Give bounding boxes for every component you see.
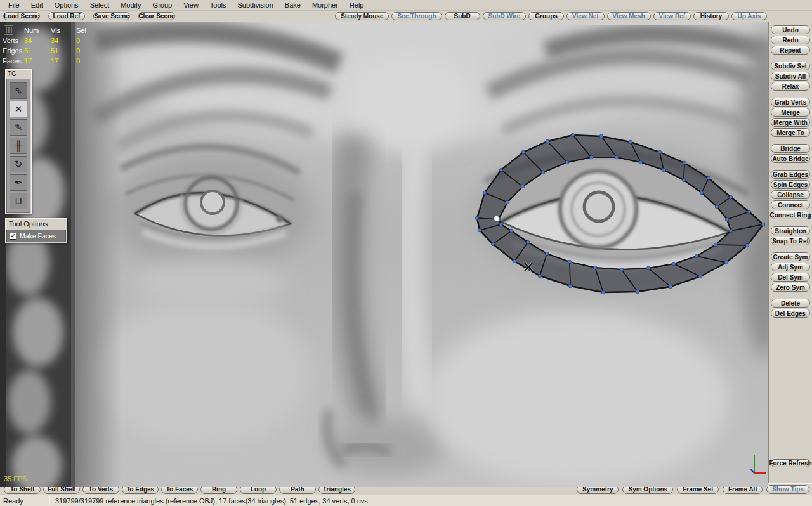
make-faces-option[interactable]: ✔ Make Faces [6, 230, 66, 242]
clear-scene-button[interactable]: Clear Scene [138, 12, 175, 20]
brush-tool[interactable]: ↻ [10, 156, 27, 172]
connect-ring-button[interactable]: Connect Ring [771, 211, 810, 219]
stats-row-edges: Edges [1, 47, 24, 55]
status-bar: Ready 319799/319799 reference triangles … [0, 495, 812, 506]
stats-edges-num: 51 [24, 47, 51, 55]
del-edges-button[interactable]: Del Edges [771, 309, 810, 318]
draw-tool-icon: ✎ [15, 122, 23, 133]
menu-bake[interactable]: Bake [279, 1, 306, 10]
tool-options-title: Tool Options [6, 219, 67, 230]
repeat-button[interactable]: Repeat [771, 46, 810, 55]
auto-bridge-button[interactable]: Auto Bridge [771, 154, 810, 163]
mesh-stats-overlay: NumVisSelVerts34340Edges51510Faces17170 [1, 27, 94, 65]
load-scene-button[interactable]: Load Scene [3, 12, 40, 20]
steady-mouse-toggle[interactable]: Steady Mouse [335, 12, 389, 20]
brush-tool-icon: ↻ [15, 159, 23, 169]
zero-sym-button[interactable]: Zero Sym [771, 283, 810, 292]
main-area: NumVisSelVerts34340Edges51510Faces17170 … [0, 22, 812, 483]
stats-row-verts: Verts [1, 37, 24, 44]
bridge-tool-icon: ╫ [15, 140, 22, 151]
scene-buttons: Load SceneLoad RefSave SceneClear Scene [3, 12, 175, 20]
view-ref-toggle[interactable]: View Ref [653, 12, 691, 20]
menu-file[interactable]: File [3, 1, 25, 10]
create-tool[interactable]: ✕ [10, 101, 27, 117]
grab-verts-button[interactable]: Grab Verts [771, 98, 810, 107]
snap-to-ref-button[interactable]: Snap To Ref [771, 237, 810, 245]
show-tips-button[interactable]: Show Tips [766, 485, 809, 494]
subd-wire-toggle[interactable]: SubD Wire [483, 12, 526, 20]
button-group-history: UndoRedoRepeat [771, 25, 810, 55]
menu-view[interactable]: View [178, 1, 204, 10]
menu-modify[interactable]: Modify [115, 1, 147, 10]
stats-faces-vis: 17 [51, 57, 76, 65]
menu-help[interactable]: Help [344, 1, 370, 10]
menu-tools[interactable]: Tools [204, 1, 232, 10]
view-net-toggle[interactable]: View Net [566, 12, 605, 20]
view-toggle-buttons: Steady MouseSee ThroughSubDSubD WireGrou… [335, 12, 767, 20]
stats-faces-sel: 0 [76, 57, 94, 65]
tool-palette-window: TG ⇖✕✎╫↻✒⊔ [5, 69, 32, 214]
menu-morpher[interactable]: Morpher [306, 1, 344, 10]
force-refresh-button[interactable]: Force Refresh [771, 459, 810, 467]
extrude-tool[interactable]: ⊔ [10, 193, 27, 209]
right-panel-buttons: UndoRedoRepeatSubdiv SelSubdiv AllRelaxG… [771, 25, 810, 325]
menu-options[interactable]: Options [49, 1, 84, 10]
merge-button[interactable]: Merge [771, 108, 810, 117]
extrude-tool-icon: ⊔ [15, 195, 22, 206]
status-separator [49, 496, 50, 505]
topogun-window: FileEditOptionsSelectModifyGroupViewTool… [0, 0, 812, 506]
load-ref-button[interactable]: Load Ref [48, 12, 85, 20]
subdiv-sel-button[interactable]: Subdiv Sel [771, 62, 810, 70]
button-group-edges: Grab EdgesSpin EdgesCollapseConnectConne… [771, 170, 810, 219]
subdiv-all-button[interactable]: Subdiv All [771, 72, 810, 81]
make-faces-checkbox[interactable]: ✔ [10, 233, 16, 240]
straighten-button[interactable]: Straighten [771, 226, 810, 235]
view-mesh-toggle[interactable]: View Mesh [607, 12, 651, 20]
collapse-button[interactable]: Collapse [771, 190, 810, 199]
menu-edit[interactable]: Edit [25, 1, 49, 10]
delete-button[interactable]: Delete [771, 299, 810, 308]
status-ready-text: Ready [0, 497, 49, 505]
history-toggle[interactable]: History [693, 12, 729, 20]
tool-palette-title: TG [6, 70, 31, 78]
stats-edges-sel: 0 [76, 47, 94, 55]
create-sym-button[interactable]: Create Sym [771, 252, 810, 261]
relax-button[interactable]: Relax [771, 82, 810, 91]
menu-select[interactable]: Select [84, 1, 115, 10]
stats-verts-sel: 0 [76, 37, 94, 44]
button-group-bridge: BridgeAuto Bridge [771, 144, 810, 163]
adj-sym-button[interactable]: Adj Sym [771, 263, 810, 271]
top-toolbar: Load SceneLoad RefSave SceneClear Scene … [0, 11, 812, 22]
see-through-toggle[interactable]: See Through [391, 12, 442, 20]
subd-toggle[interactable]: SubD [445, 12, 480, 20]
stats-verts-num: 34 [24, 37, 51, 44]
button-group-subdivision: Subdiv SelSubdiv AllRelax [771, 62, 810, 91]
grab-edges-button[interactable]: Grab Edges [771, 170, 810, 179]
menu-group[interactable]: Group [147, 1, 178, 10]
button-group-symmetry: Create SymAdj SymDel SymZero Sym [771, 252, 810, 292]
del-sym-button[interactable]: Del Sym [771, 273, 810, 282]
redo-button[interactable]: Redo [771, 36, 810, 44]
viewport-3d[interactable]: NumVisSelVerts34340Edges51510Faces17170 … [0, 22, 768, 487]
undo-button[interactable]: Undo [771, 25, 810, 34]
menu-bar: FileEditOptionsSelectModifyGroupViewTool… [0, 0, 812, 11]
merge-with-button[interactable]: Merge With [771, 118, 810, 127]
bridge-tool[interactable]: ╫ [10, 138, 27, 154]
bridge-button[interactable]: Bridge [771, 144, 810, 153]
stats-col-sel: Sel [76, 27, 94, 34]
up-axis-toggle[interactable]: Up Axis [731, 12, 767, 20]
fps-counter: 35 FPS [4, 475, 27, 483]
tubes-tool[interactable]: ✒ [10, 174, 27, 191]
select-tool[interactable]: ⇖ [10, 82, 27, 99]
connect-button[interactable]: Connect [771, 200, 810, 209]
create-tool-icon: ✕ [15, 103, 23, 114]
merge-to-button[interactable]: Merge To [771, 128, 810, 137]
stats-col-num: Num [24, 27, 51, 34]
save-scene-button[interactable]: Save Scene [93, 12, 130, 20]
button-group-delete: DeleteDel Edges [771, 299, 810, 318]
spin-edges-button[interactable]: Spin Edges [771, 180, 810, 189]
make-faces-label: Make Faces [20, 232, 56, 240]
groups-toggle[interactable]: Groups [528, 12, 564, 20]
menu-subdivision[interactable]: Subdivision [232, 1, 279, 10]
draw-tool[interactable]: ✎ [10, 119, 27, 136]
